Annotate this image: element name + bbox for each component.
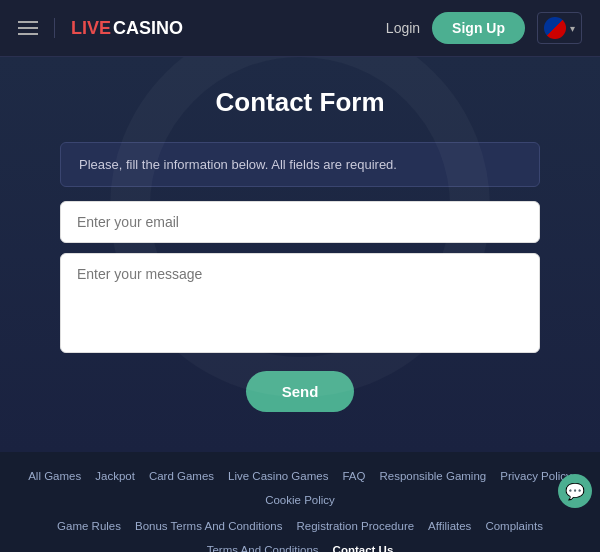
footer-link-card-games[interactable]: Card Games (147, 466, 216, 486)
footer-link-live-casino-games[interactable]: Live Casino Games (226, 466, 330, 486)
info-box: Please, fill the information below. All … (60, 142, 540, 187)
footer-link-cookie-policy[interactable]: Cookie Policy (263, 490, 337, 510)
chat-bubble[interactable]: 💬 (558, 474, 592, 508)
flag-icon (544, 17, 566, 39)
footer-link-all-games[interactable]: All Games (26, 466, 83, 486)
language-selector[interactable]: ▾ (537, 12, 582, 44)
logo: LIVE CASINO (71, 18, 183, 39)
login-button[interactable]: Login (386, 20, 420, 36)
footer-link-jackpot[interactable]: Jackpot (93, 466, 137, 486)
logo-casino: CASINO (113, 18, 183, 39)
header: LIVE CASINO Login Sign Up ▾ (0, 0, 600, 57)
form-container: Please, fill the information below. All … (60, 142, 540, 412)
send-button[interactable]: Send (246, 371, 355, 412)
footer-link-responsible-gaming[interactable]: Responsible Gaming (377, 466, 488, 486)
footer-links-row2: Game Rules Bonus Terms And Conditions Re… (16, 516, 584, 552)
chat-icon: 💬 (565, 482, 585, 501)
logo-live: LIVE (71, 18, 111, 39)
signup-button[interactable]: Sign Up (432, 12, 525, 44)
footer-nav: All Games Jackpot Card Games Live Casino… (0, 452, 600, 552)
footer-link-contact-us[interactable]: Contact Us (331, 540, 396, 552)
hamburger-menu-icon[interactable] (18, 21, 38, 35)
header-left: LIVE CASINO (18, 18, 183, 39)
header-divider (54, 18, 55, 38)
message-field[interactable] (60, 253, 540, 353)
footer-link-game-rules[interactable]: Game Rules (55, 516, 123, 536)
footer-link-bonus-terms[interactable]: Bonus Terms And Conditions (133, 516, 284, 536)
page-title: Contact Form (20, 87, 580, 118)
footer-link-faq[interactable]: FAQ (340, 466, 367, 486)
footer-link-affiliates[interactable]: Affiliates (426, 516, 473, 536)
footer-links-row1: All Games Jackpot Card Games Live Casino… (16, 466, 584, 510)
contact-form-section: Contact Form Please, fill the informatio… (0, 57, 600, 452)
footer-link-complaints[interactable]: Complaints (483, 516, 545, 536)
footer-link-registration-procedure[interactable]: Registration Procedure (294, 516, 416, 536)
email-field[interactable] (60, 201, 540, 243)
header-right: Login Sign Up ▾ (386, 12, 582, 44)
chevron-down-icon: ▾ (570, 23, 575, 34)
footer-link-terms-conditions[interactable]: Terms And Conditions (205, 540, 321, 552)
